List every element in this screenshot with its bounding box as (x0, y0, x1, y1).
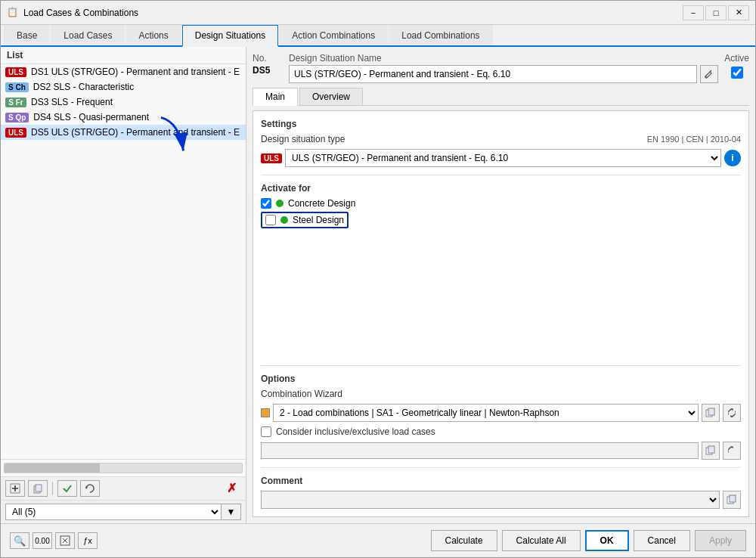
divider-1 (261, 175, 741, 175)
left-toolbar: ✗ (1, 476, 246, 500)
add-button[interactable] (5, 480, 25, 497)
comment-section: Comment (261, 476, 741, 509)
apply-button[interactable]: Apply (695, 530, 746, 551)
tab-design-situations[interactable]: Design Situations (182, 25, 278, 47)
sub-tab-bar: Main Overview (253, 88, 749, 106)
search-button[interactable]: 🔍 (10, 532, 29, 549)
design-type-select[interactable]: ULS (STR/GEO) - Permanent and transient … (285, 149, 721, 167)
right-panel: No. DS5 Design Situation Name Active (246, 47, 755, 523)
info-button[interactable]: i (724, 150, 741, 166)
window-controls: − □ ✕ (683, 5, 749, 20)
settings-section: Settings Design situation type EN 1990 |… (261, 119, 741, 167)
comment-title: Comment (261, 476, 741, 486)
list-item-text: DS4 SLS - Quasi-permanent (33, 112, 241, 122)
list-item[interactable]: S Fr DS3 SLS - Frequent (1, 95, 246, 110)
combo-wizard-row: 2 - Load combinations | SA1 - Geometrica… (261, 404, 741, 422)
consider-inclusive-label: Consider inclusive/exclusive load cases (276, 426, 435, 437)
design-name-input[interactable] (289, 65, 697, 83)
maximize-button[interactable]: □ (705, 5, 727, 20)
svg-rect-14 (730, 495, 736, 502)
comment-copy-button[interactable] (723, 491, 741, 509)
main-content: List ULS DS1 ULS (STR/GEO) - Permanent a… (1, 47, 755, 523)
active-checkbox[interactable] (731, 67, 743, 79)
scroll-thumb (5, 463, 100, 473)
divider-3 (261, 467, 741, 468)
check-button[interactable] (57, 480, 77, 497)
tab-base[interactable]: Base (4, 25, 50, 45)
tab-actions[interactable]: Actions (125, 25, 181, 45)
window-icon: 📋 (7, 7, 19, 19)
concrete-design-checkbox[interactable] (261, 198, 271, 209)
refresh-button[interactable] (80, 480, 100, 497)
left-panel: List ULS DS1 ULS (STR/GEO) - Permanent a… (1, 47, 246, 523)
minimize-button[interactable]: − (683, 5, 704, 20)
h-scroll-area (1, 459, 246, 476)
filter-select[interactable]: All (5) (5, 504, 222, 520)
tag-sqp: S Qp (5, 113, 29, 122)
inclusive-input-row (261, 442, 741, 460)
sub-tab-overview[interactable]: Overview (299, 88, 363, 105)
list-item-text: DS1 ULS (STR/GEO) - Permanent and transi… (31, 67, 241, 77)
list-area: ULS DS1 ULS (STR/GEO) - Permanent and tr… (1, 64, 246, 459)
comment-row (261, 491, 741, 509)
ok-button[interactable]: OK (585, 530, 629, 551)
sub-tab-main[interactable]: Main (253, 88, 298, 106)
list-item-selected[interactable]: ULS DS5 ULS (STR/GEO) - Permanent and tr… (1, 125, 246, 140)
bottom-icons: 🔍 0.00 ƒx (10, 532, 426, 549)
no-value: DS5 (253, 65, 277, 76)
active-section: Active (724, 53, 749, 79)
list-item[interactable]: S Ch DS2 SLS - Characteristic (1, 79, 246, 95)
edit-name-button[interactable] (700, 65, 718, 83)
name-section: Design Situation Name (289, 53, 718, 83)
combo-link-button[interactable] (723, 404, 741, 422)
no-label: No. (253, 53, 277, 64)
formula-button[interactable]: ƒx (78, 532, 98, 549)
activate-section: Activate for Concrete Design Steel Desig… (261, 183, 741, 231)
calculate-all-button[interactable]: Calculate All (502, 530, 581, 551)
svg-line-6 (710, 70, 711, 72)
inclusive-text-input[interactable] (261, 442, 699, 459)
design-type-dropdown-row: ULS ULS (STR/GEO) - Permanent and transi… (261, 149, 741, 167)
tag-sfr: S Fr (5, 98, 26, 107)
steel-design-checkbox[interactable] (265, 215, 276, 225)
cancel-button[interactable]: Cancel (634, 530, 690, 551)
h-scrollbar[interactable] (4, 463, 243, 473)
delete-button[interactable]: ✗ (222, 480, 241, 497)
divider-2 (261, 365, 741, 366)
design-type-value: EN 1990 | CEN | 2010-04 (647, 135, 741, 144)
list-item[interactable]: ULS DS1 ULS (STR/GEO) - Permanent and tr… (1, 64, 246, 79)
inclusive-copy-button[interactable] (702, 442, 720, 460)
inclusive-link-button[interactable] (723, 442, 741, 460)
consider-inclusive-row: Consider inclusive/exclusive load cases (261, 426, 741, 437)
list-item-text: DS2 SLS - Characteristic (33, 82, 241, 92)
options-section: Options Combination Wizard 2 - Load comb… (261, 374, 741, 460)
consider-inclusive-checkbox[interactable] (261, 426, 271, 437)
list-item-text: DS3 SLS - Frequent (31, 97, 241, 107)
combo-copy-button[interactable] (702, 404, 720, 422)
left-filter: All (5) ▼ (1, 500, 246, 523)
design-name-label: Design Situation Name (289, 53, 718, 64)
list-item[interactable]: S Qp DS4 SLS - Quasi-permanent (1, 110, 246, 125)
tab-load-combinations[interactable]: Load Combinations (389, 25, 492, 45)
close-button[interactable]: ✕ (728, 5, 749, 20)
concrete-status-dot (276, 200, 284, 207)
tab-action-combinations[interactable]: Action Combinations (279, 25, 388, 45)
svg-rect-12 (708, 446, 714, 453)
filter-dropdown-button[interactable]: ▼ (222, 504, 241, 520)
combo-wizard-select[interactable]: 2 - Load combinations | SA1 - Geometrica… (273, 404, 699, 422)
comment-select[interactable] (261, 491, 720, 509)
calculate-button[interactable]: Calculate (431, 530, 497, 551)
title-bar: 📋 Load Cases & Combinations − □ ✕ (1, 1, 755, 25)
copy-button[interactable] (28, 480, 48, 497)
main-tab-bar: Base Load Cases Actions Design Situation… (1, 25, 755, 47)
svg-rect-4 (36, 485, 42, 491)
activate-steel-row: Steel Design (261, 212, 349, 228)
concrete-design-label: Concrete Design (288, 198, 355, 209)
tab-load-cases[interactable]: Load Cases (51, 25, 125, 45)
unit-button[interactable] (55, 532, 75, 549)
tag-uls: ULS (5, 67, 26, 77)
tag-uls-selected: ULS (5, 128, 26, 138)
calc-mode-button[interactable]: 0.00 (33, 532, 52, 549)
design-type-label: Design situation type (261, 134, 345, 144)
combo-wizard-label-row: Combination Wizard (261, 389, 741, 399)
